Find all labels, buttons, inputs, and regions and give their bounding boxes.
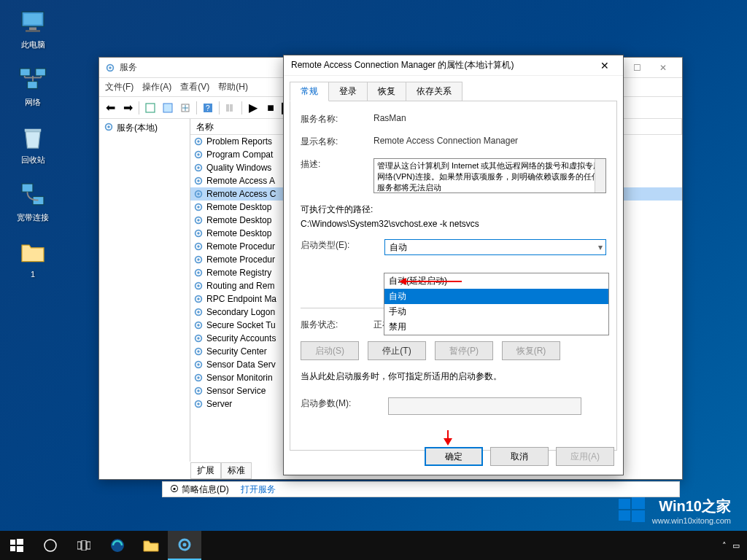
cancel-button[interactable]: 取消 — [490, 447, 549, 466]
description-textarea[interactable]: 管理从这台计算机到 Internet 或其他远程网络的拨号和虚拟专用网络(VPN… — [374, 158, 606, 193]
service-name: Secure Socket Tu — [206, 320, 276, 330]
maximize-button[interactable]: ☐ — [624, 59, 650, 77]
misc-link[interactable]: 打开服务 — [241, 483, 276, 496]
gear-icon — [193, 202, 204, 212]
gear-icon — [193, 399, 204, 409]
toolbar-refresh-icon[interactable] — [160, 100, 176, 116]
svg-rect-69 — [619, 499, 630, 509]
dropdown-option-disabled[interactable]: 禁用 — [384, 319, 608, 335]
service-name: Program Compat — [206, 149, 273, 160]
close-button[interactable]: ✕ — [650, 59, 676, 77]
svg-rect-11 — [25, 129, 42, 132]
svg-point-56 — [197, 324, 200, 327]
tray-ime-icon[interactable]: ▭ — [732, 541, 740, 551]
toolbar-export-icon[interactable] — [177, 100, 193, 116]
menu-file[interactable]: 文件(F) — [105, 81, 133, 93]
toolbar-help-icon[interactable]: ? — [200, 100, 216, 116]
menu-view[interactable]: 查看(V) — [180, 81, 209, 93]
tray-up-icon[interactable]: ˄ — [722, 541, 727, 551]
tab-recovery[interactable]: 恢复 — [367, 82, 406, 101]
service-name: Remote Procedur — [206, 254, 275, 265]
svg-rect-74 — [17, 539, 23, 545]
label-display-name: 显示名称: — [301, 136, 374, 148]
menu-action[interactable]: 操作(A) — [142, 81, 171, 93]
gear-icon — [193, 307, 204, 317]
gear-icon — [105, 63, 115, 73]
desktop-icon-folder[interactable]: 1 — [7, 238, 58, 279]
connection-icon — [18, 180, 47, 209]
desktop-icon-network[interactable]: 网络 — [7, 65, 58, 108]
gear-icon — [193, 241, 204, 252]
dialog-titlebar[interactable]: Remote Access Connection Manager 的属性(本地计… — [284, 55, 623, 76]
close-icon[interactable]: ✕ — [594, 60, 616, 71]
toolbar-back-icon[interactable]: ⬅ — [102, 100, 118, 116]
value-service-name: RasMan — [374, 113, 606, 123]
toolbar-forward-icon[interactable]: ➡ — [120, 100, 136, 116]
toolbar-props-icon[interactable] — [142, 100, 158, 116]
svg-point-50 — [197, 284, 200, 287]
toolbar-columns-icon[interactable] — [222, 100, 239, 116]
desktop-icon-recycle[interactable]: 回收站 — [7, 122, 58, 166]
svg-rect-79 — [82, 540, 86, 551]
gear-icon — [193, 320, 204, 330]
svg-point-52 — [197, 298, 200, 300]
service-name: Remote Access C — [206, 189, 276, 199]
desktop-icon-computer[interactable]: 此电脑 — [7, 7, 58, 50]
startup-type-select[interactable]: 自动 — [384, 239, 606, 255]
misc-strip: ⦿简略信息(D) 打开服务 — [162, 481, 680, 497]
folder-icon — [18, 238, 47, 267]
left-panel: 服务(本地) — [99, 119, 190, 462]
label-startup-params: 启动参数(M): — [301, 397, 388, 410]
explorer-icon[interactable] — [134, 531, 168, 560]
service-name: Sensor Monitorin — [206, 373, 273, 383]
svg-point-48 — [197, 271, 200, 274]
toolbar-stop-icon[interactable]: ■ — [263, 100, 279, 116]
tab-dependencies[interactable]: 依存关系 — [406, 82, 462, 101]
ok-button[interactable]: 确定 — [425, 447, 483, 466]
cortana-icon[interactable] — [34, 531, 67, 560]
gear-icon — [193, 228, 204, 238]
service-name: Remote Registry — [206, 268, 271, 278]
dropdown-option-manual[interactable]: 手动 — [384, 304, 608, 319]
svg-point-66 — [197, 389, 200, 392]
svg-point-34 — [197, 179, 200, 182]
gear-icon — [104, 122, 114, 134]
svg-point-44 — [197, 245, 200, 248]
tab-extended[interactable]: 扩展 — [190, 462, 221, 479]
service-name: Problem Reports — [206, 136, 272, 147]
svg-point-46 — [197, 258, 200, 261]
chevron-up-icon[interactable]: ⦿ — [170, 484, 179, 494]
start-button[interactable] — [0, 531, 34, 560]
tab-general[interactable]: 常规 — [290, 82, 329, 101]
tab-logon[interactable]: 登录 — [328, 82, 368, 101]
stop-button[interactable]: 停止(T) — [368, 341, 426, 360]
desktop-label: 宽带连接 — [17, 212, 49, 223]
svg-rect-75 — [10, 546, 15, 551]
svg-rect-4 — [20, 69, 31, 76]
misc-item[interactable]: 简略信息(D) — [182, 483, 229, 496]
properties-dialog: Remote Access Connection Manager 的属性(本地计… — [283, 55, 624, 475]
menu-help[interactable]: 帮助(H) — [218, 81, 248, 93]
service-name: Sensor Data Serv — [206, 359, 276, 370]
svg-rect-24 — [230, 104, 233, 112]
svg-point-36 — [197, 192, 200, 195]
windows-logo-icon — [617, 496, 646, 525]
service-name: Server — [206, 399, 232, 409]
dropdown-option-auto[interactable]: 自动 — [384, 289, 608, 304]
desktop-icon-dial[interactable]: 宽带连接 — [7, 180, 58, 223]
toolbar-play-icon[interactable]: ▶ — [245, 100, 261, 116]
tab-standard[interactable]: 标准 — [221, 462, 252, 479]
edge-icon[interactable] — [101, 531, 134, 560]
svg-rect-72 — [632, 510, 645, 522]
annotation-arrow — [403, 281, 462, 282]
svg-point-15 — [109, 66, 112, 69]
svg-rect-17 — [163, 104, 172, 112]
taskview-icon[interactable] — [67, 531, 101, 560]
watermark-brand: Win10之家 — [652, 497, 731, 516]
taskbar-services-icon[interactable] — [168, 531, 201, 560]
svg-rect-1 — [24, 14, 42, 25]
annotation-arrow-head — [444, 438, 452, 446]
watermark-url: www.win10xitong.com — [652, 516, 731, 525]
svg-rect-70 — [632, 497, 645, 509]
tree-item-services-local[interactable]: 服务(本地) — [99, 119, 190, 137]
